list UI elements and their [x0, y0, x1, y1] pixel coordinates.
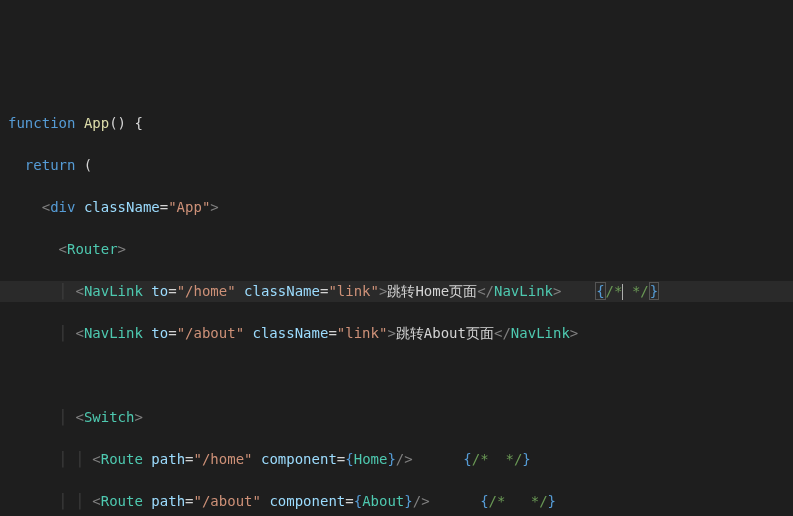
- string: "link": [328, 283, 379, 299]
- attr-className: className: [84, 199, 160, 215]
- code-line: <div className="App">: [0, 197, 793, 218]
- comp-Home: Home: [354, 451, 388, 467]
- function-name: App: [84, 115, 109, 131]
- string: "link": [337, 325, 388, 341]
- attr-path: path: [151, 451, 185, 467]
- code-editor[interactable]: function App() { return ( <div className…: [0, 92, 793, 516]
- code-line: │ <NavLink to="/about" className="link">…: [0, 323, 793, 344]
- tag-Route: Route: [101, 493, 143, 509]
- code-line-active: │ <NavLink to="/home" className="link">跳…: [0, 281, 793, 302]
- tag-Router: Router: [67, 241, 118, 257]
- keyword-return: return: [25, 157, 76, 173]
- attr-to: to: [151, 325, 168, 341]
- comp-About: About: [362, 493, 404, 509]
- attr-className: className: [253, 325, 329, 341]
- code-line: function App() {: [0, 113, 793, 134]
- comment: /* */: [472, 451, 523, 467]
- code-line: return (: [0, 155, 793, 176]
- tag-NavLink: NavLink: [84, 283, 143, 299]
- tag-Switch: Switch: [84, 409, 135, 425]
- attr-to: to: [151, 283, 168, 299]
- string: "App": [168, 199, 210, 215]
- comment: /* */: [489, 493, 548, 509]
- code-line: │ │ <Route path="/home" component={Home}…: [0, 449, 793, 470]
- attr-path: path: [151, 493, 185, 509]
- code-line: │ <Switch>: [0, 407, 793, 428]
- cursor-icon: [622, 284, 623, 300]
- string: "/about": [177, 325, 244, 341]
- attr-className: className: [244, 283, 320, 299]
- attr-component: component: [261, 451, 337, 467]
- comment: /*: [606, 283, 623, 299]
- string: "/home": [194, 451, 253, 467]
- attr-component: component: [269, 493, 345, 509]
- jsx-text: 跳转About页面: [396, 325, 494, 341]
- jsx-text: 跳转Home页面: [387, 283, 477, 299]
- string: "/home": [177, 283, 236, 299]
- string: "/about": [194, 493, 261, 509]
- keyword-function: function: [8, 115, 75, 131]
- code-line: <Router>: [0, 239, 793, 260]
- tag-NavLink: NavLink: [84, 325, 143, 341]
- code-line: │ │ <Route path="/about" component={Abou…: [0, 491, 793, 512]
- code-line: [0, 365, 793, 386]
- tag-div: div: [50, 199, 75, 215]
- tag-Route: Route: [101, 451, 143, 467]
